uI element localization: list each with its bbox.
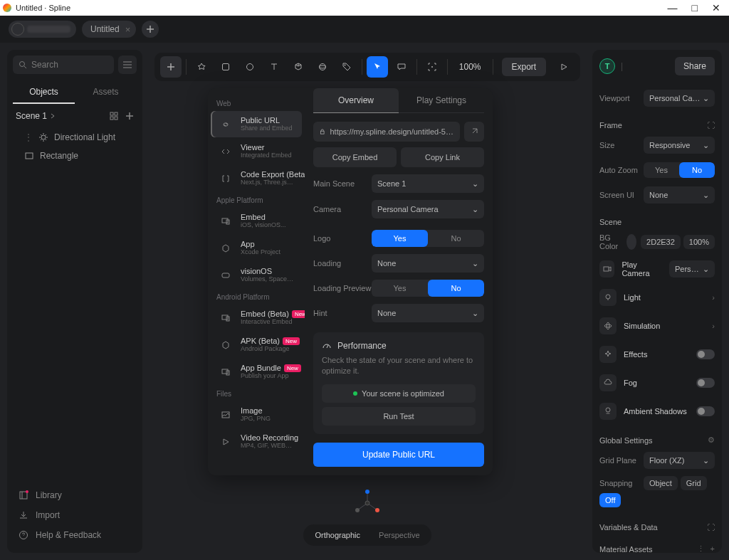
axis-gizmo-icon[interactable] [353,489,382,517]
grid-icon[interactable] [110,112,118,120]
export-button[interactable]: Export [502,58,547,76]
new-tab-button[interactable] [142,21,159,38]
document-tab[interactable]: Untitled × [82,21,136,38]
tree-item-rectangle[interactable]: Rectangle [13,147,137,165]
effects-switch[interactable] [696,349,715,359]
copy-link-button[interactable]: Copy Link [401,147,484,167]
footer-library[interactable]: Library [14,486,135,504]
chevron-right-icon: › [712,293,715,302]
export-video[interactable]: Video RecordingMP4, GIF, WEBM... [211,428,302,455]
play-camera-row[interactable]: Play CameraPersonal ...⌄ [592,255,722,283]
play-camera-select[interactable]: Personal ...⌄ [669,260,715,278]
svg-point-0 [20,62,25,67]
tab-overview[interactable]: Overview [313,88,399,112]
fog-switch[interactable] [696,378,715,388]
gridplane-select[interactable]: Floor (XZ)⌄ [644,452,715,469]
user-menu[interactable] [9,21,76,38]
open-url-button[interactable] [464,122,484,142]
cube-tool-button[interactable] [288,56,309,78]
add-icon[interactable]: + [710,544,715,553]
main-scene-select[interactable]: Scene 1⌄ [372,174,484,193]
ellipse-tool-button[interactable] [239,56,261,78]
export-public-url[interactable]: Public URLShare and Embed [211,111,302,137]
tab-objects[interactable]: Objects [13,81,75,104]
expand-icon[interactable]: ⛶ [707,523,715,532]
settings-icon[interactable]: ⚙ [708,435,715,445]
camera-orthographic[interactable]: Orthographic [306,527,369,543]
export-code[interactable]: Code Export (Beta)Next.js, Three.js, Rea… [211,165,302,191]
notification-dot-icon [26,490,28,493]
footer-import[interactable]: Import [14,506,135,524]
color-hex[interactable]: 2D2E32 [641,235,681,249]
hint-select[interactable]: None⌄ [372,304,484,322]
svg-point-21 [365,501,369,505]
copy-embed-button[interactable]: Copy Embed [313,147,397,167]
share-button[interactable]: Share [675,57,715,75]
export-apple-app[interactable]: AppXcode Project [211,235,302,261]
export-viewer[interactable]: ViewerIntegrated Embed [211,138,302,164]
update-url-button[interactable]: Update Public URL [313,443,484,467]
snap-grid[interactable]: Grid [681,476,707,490]
simulation-row[interactable]: Simulation› [592,312,722,340]
status-dot-icon [353,391,357,396]
export-bundle[interactable]: App BundleNewPublish your App [211,359,302,385]
export-apk[interactable]: APK (Beta)NewAndroid Package [211,332,302,358]
frame-size-select[interactable]: Responsive⌄ [644,137,715,154]
tag-tool-button[interactable] [336,56,357,78]
loading-select[interactable]: None⌄ [372,254,484,273]
scene-header[interactable]: Scene 1 [13,104,137,125]
panel-menu-button[interactable] [118,56,137,74]
bulb-icon [599,289,617,306]
cursor-tool-button[interactable] [367,56,388,78]
public-url-field[interactable]: https://my.spline.design/untitled-561046… [313,122,460,142]
more-icon[interactable]: ⋮ [697,544,705,553]
inspector-panel: T | Share ViewportPersonal Camera⌄ Frame… [592,50,722,553]
user-avatar[interactable]: T [599,58,615,74]
screenui-select[interactable]: None⌄ [644,186,715,204]
minimize-icon[interactable]: — [668,3,678,13]
tab-close-icon[interactable]: × [125,24,131,35]
rectangle-tool-button[interactable] [215,56,236,78]
svg-rect-4 [115,117,117,120]
light-row[interactable]: Light› [592,283,722,312]
camera-perspective[interactable]: Perspective [370,527,428,543]
svg-rect-29 [222,412,229,418]
focus-tool-button[interactable] [421,56,443,78]
zoom-level[interactable]: 100% [452,62,488,72]
lock-icon [319,127,326,136]
tab-play-settings[interactable]: Play Settings [399,88,484,112]
sun-icon [38,132,48,142]
run-test-button[interactable]: Run Test [322,407,476,426]
viewport-select[interactable]: Personal Camera⌄ [644,90,715,107]
color-opacity[interactable]: 100% [683,235,715,249]
section-apple: Apple Platform [208,192,305,207]
expand-icon[interactable]: ⛶ [707,121,715,130]
color-swatch[interactable] [626,234,636,250]
tree-item-light[interactable]: ⋮ Directional Light [13,128,137,147]
close-icon[interactable]: ✕ [712,3,720,13]
add-menu-button[interactable] [160,56,182,78]
footer-help[interactable]: Help & Feedback [14,526,135,544]
chevron-right-icon [50,113,56,119]
camera-select[interactable]: Personal Camera⌄ [372,200,484,218]
ambient-switch[interactable] [696,406,715,416]
maximize-icon[interactable]: □ [692,3,698,13]
play-button[interactable] [553,56,575,78]
search-input[interactable]: Search [13,56,114,74]
tab-assets[interactable]: Assets [75,81,137,104]
snap-off[interactable]: Off [599,493,621,507]
snap-object[interactable]: Object [644,476,678,490]
shape-tool-button[interactable] [191,56,212,78]
export-image[interactable]: ImageJPG, PNG [211,401,302,428]
comment-tool-button[interactable] [391,56,412,78]
export-android-embed[interactable]: Embed (Beta)NewInteractive Embed [211,305,302,331]
export-apple-embed[interactable]: EmbediOS, visionOS... [211,208,302,234]
viewport-area[interactable]: 100% Export Orthographic Perspective Web [150,50,585,553]
chevron-down-icon: ⌄ [472,205,478,214]
sphere-tool-button[interactable] [312,56,333,78]
text-tool-button[interactable] [263,56,285,78]
add-scene-icon[interactable] [125,112,134,120]
export-sidebar: Web Public URLShare and Embed ViewerInte… [208,88,305,475]
sparkle-icon [599,346,617,363]
export-visionos[interactable]: visionOSVolumes, Spaces... [211,262,302,288]
